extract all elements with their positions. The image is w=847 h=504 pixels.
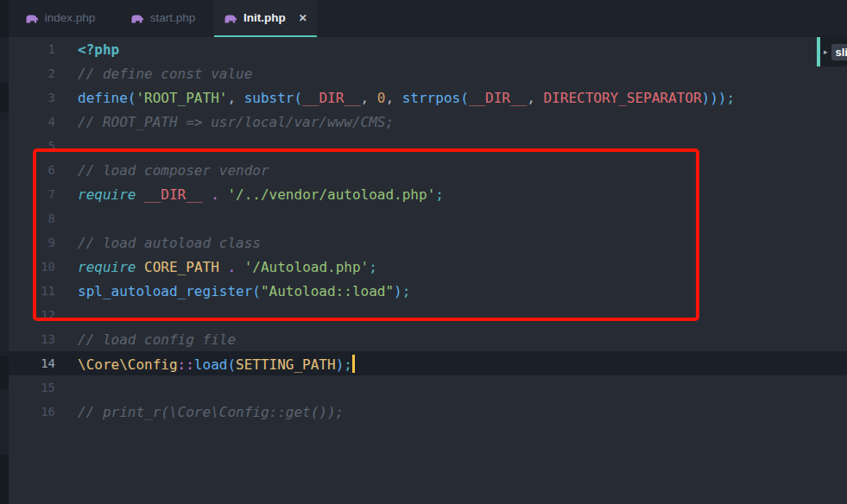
code-text: spl_autoload_register("Autoload::load"); xyxy=(78,283,410,299)
line-number[interactable]: 10 xyxy=(9,260,55,274)
code-line[interactable]: 9// load autoload class xyxy=(9,230,847,255)
code-text: \Core\Config::load(SETTING_PATH); xyxy=(78,355,355,373)
strip-segment xyxy=(0,83,9,112)
code-editor[interactable]: 1<?php2// define const value3define('ROO… xyxy=(9,37,847,504)
widget-snippet-box[interactable]: sli xyxy=(831,44,847,60)
code-text: // print_r(\Core\Config::get()); xyxy=(78,404,344,420)
strip-segment xyxy=(0,356,9,389)
tab-label: Init.php xyxy=(243,11,286,24)
line-number[interactable]: 4 xyxy=(9,115,55,129)
code-lines: 1<?php2// define const value3define('ROO… xyxy=(9,37,847,424)
line-number[interactable]: 5 xyxy=(9,139,55,153)
close-tab-icon[interactable]: ✕ xyxy=(299,12,307,24)
expand-arrow-icon[interactable]: ▸ xyxy=(824,47,828,56)
strip-segment xyxy=(0,0,9,37)
widget-panel: ▸ sli xyxy=(820,37,847,66)
code-text: // load config file xyxy=(78,331,236,348)
strip-segment xyxy=(0,455,9,504)
tab-bar: index.phpstart.phpInit.php✕ xyxy=(9,0,847,37)
code-line[interactable]: 3define('ROOT_PATH', substr(__DIR__, 0, … xyxy=(9,85,847,110)
php-file-icon xyxy=(130,13,144,23)
code-line[interactable]: 2// define const value xyxy=(9,61,847,85)
code-text: require __DIR__ . '/../vendor/autoload.p… xyxy=(78,186,444,203)
code-text: <?php xyxy=(78,41,119,58)
line-number[interactable]: 3 xyxy=(9,91,55,104)
code-line[interactable]: 1<?php xyxy=(9,37,847,61)
code-line[interactable]: 12 xyxy=(9,303,847,327)
code-line[interactable]: 15 xyxy=(9,375,847,400)
line-number[interactable]: 14 xyxy=(9,356,55,370)
activity-strip xyxy=(0,0,9,504)
line-number[interactable]: 8 xyxy=(9,211,55,225)
line-number[interactable]: 7 xyxy=(9,187,55,201)
code-text: // ROOT_PATH => usr/local/var/www/CMS; xyxy=(78,114,394,130)
tab-label: start.php xyxy=(150,11,196,24)
code-line[interactable]: 5 xyxy=(9,134,847,158)
line-number[interactable]: 13 xyxy=(9,332,55,346)
code-line[interactable]: 8 xyxy=(9,206,847,230)
line-number[interactable]: 9 xyxy=(9,236,55,249)
php-file-icon xyxy=(25,13,39,23)
line-number[interactable]: 12 xyxy=(9,308,55,322)
code-line[interactable]: 4// ROOT_PATH => usr/local/var/www/CMS; xyxy=(9,110,847,134)
line-number[interactable]: 15 xyxy=(9,381,55,394)
text-cursor xyxy=(352,355,355,373)
line-number[interactable]: 16 xyxy=(9,405,55,419)
code-line[interactable]: 16// print_r(\Core\Config::get()); xyxy=(9,400,847,424)
tab-label: index.php xyxy=(45,11,96,24)
line-number[interactable]: 11 xyxy=(9,284,55,298)
code-text: // define const value xyxy=(78,66,252,82)
overlay-widget: ▸ sli xyxy=(817,37,847,66)
code-text: // load autoload class xyxy=(78,235,261,251)
code-line[interactable]: 7require __DIR__ . '/../vendor/autoload.… xyxy=(9,182,847,206)
php-file-icon xyxy=(224,13,237,23)
line-number[interactable]: 1 xyxy=(9,42,55,56)
code-line[interactable]: 6// load composer vendor xyxy=(9,158,847,182)
code-text: // load composer vendor xyxy=(78,162,269,179)
code-line[interactable]: 14\Core\Config::load(SETTING_PATH); xyxy=(9,351,847,375)
code-line[interactable]: 13// load config file xyxy=(9,327,847,351)
code-text: define('ROOT_PATH', substr(__DIR__, 0, s… xyxy=(78,90,735,106)
tab-index-php[interactable]: index.php xyxy=(9,0,111,37)
code-text: require CORE_PATH . '/Autoload.php'; xyxy=(78,259,377,275)
code-line[interactable]: 10require CORE_PATH . '/Autoload.php'; xyxy=(9,255,847,279)
code-line[interactable]: 11spl_autoload_register("Autoload::load"… xyxy=(9,279,847,303)
tab-start-php[interactable]: start.php xyxy=(111,0,214,37)
line-number[interactable]: 6 xyxy=(9,163,55,177)
tab-Init-php[interactable]: Init.php✕ xyxy=(214,0,317,37)
line-number[interactable]: 2 xyxy=(9,66,55,80)
